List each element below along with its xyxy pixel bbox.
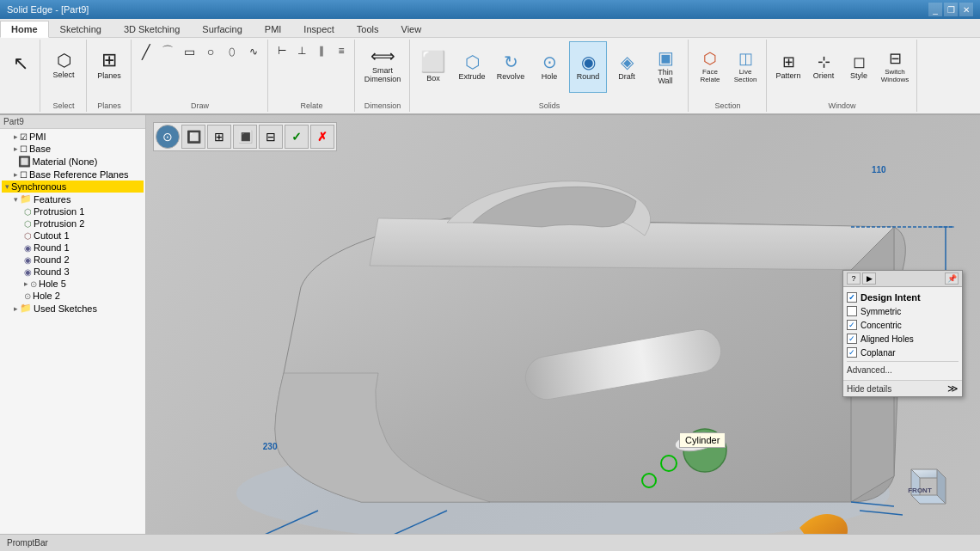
smart-dimension-btn[interactable]: ⟺ SmartDimension (359, 41, 406, 89)
tab-home[interactable]: Home (0, 21, 49, 38)
switch-windows-label: SwitchWindows (881, 68, 909, 83)
di-expand-btn[interactable]: ▶ (862, 272, 876, 285)
hide-details-btn[interactable]: Hide details (847, 384, 891, 394)
tree-item-hole2[interactable]: ⊙ Hole 2 (2, 290, 144, 302)
tab-3d-sketching[interactable]: 3D Sketching (113, 21, 191, 37)
draw-group-label: Draw (191, 100, 209, 110)
di-aligned-holes-check[interactable]: ✓ (847, 334, 857, 344)
pattern-btn[interactable]: ⊞ Pattern (771, 41, 805, 93)
di-coplanar-check[interactable]: ✓ (847, 347, 857, 358)
cmd-rect-btn[interactable]: 🔲 (181, 125, 205, 149)
draw-spline-btn[interactable]: ∿ (243, 41, 264, 62)
viewcube[interactable]: FRONT (894, 456, 954, 517)
draft-btn[interactable]: ◈ Draft (608, 41, 646, 93)
di-pin-btn[interactable]: 📌 (945, 272, 959, 285)
base-arrow: ▸ (14, 144, 18, 153)
relate-btn4[interactable]: ≡ (332, 41, 351, 60)
tree-item-material[interactable]: 🔲 Material (None) (2, 155, 144, 168)
di-concentric-check[interactable]: ✓ (847, 320, 857, 330)
features-icon: 📁 (20, 193, 32, 205)
tree-item-protrusion1[interactable]: ⬡ Protrusion 1 (2, 205, 144, 217)
relate-btn1[interactable]: ⊢ (273, 41, 291, 60)
hole5-icon: ⊙ (30, 279, 37, 289)
di-design-intent-check[interactable]: ✓ (847, 292, 857, 303)
tree-item-protrusion2[interactable]: ⬡ Protrusion 2 (2, 217, 144, 230)
tree-item-features[interactable]: ▾ 📁 Features (2, 193, 144, 205)
relate-buttons: ⊢ ⊥ ∥ ≡ (273, 41, 351, 60)
restore-button[interactable]: ❐ (944, 3, 958, 16)
used-sketches-label: Used Sketches (34, 303, 97, 314)
tree-item-round2[interactable]: ◉ Round 2 (2, 254, 144, 266)
orient-btn[interactable]: ⊹ Orient (806, 41, 841, 93)
pmi-checkbox[interactable]: ☑ (20, 132, 28, 142)
di-help-btn[interactable]: ? (847, 272, 861, 285)
tab-inspect[interactable]: Inspect (292, 21, 345, 37)
tree-item-round3[interactable]: ◉ Round 3 (2, 266, 144, 278)
minimize-button[interactable]: _ (928, 3, 942, 16)
round2-icon: ◉ (24, 255, 32, 265)
solids-group-label: Solids (539, 100, 560, 110)
tree-item-cutout1[interactable]: ⬡ Cutout 1 (2, 230, 144, 242)
ribbon-group-clipboard: ↖ (2, 40, 40, 112)
cmd-accept-btn[interactable]: ✓ (285, 125, 309, 149)
cursor-btn[interactable]: ↖ (5, 41, 36, 86)
di-design-intent-row[interactable]: ✓ Design Intent (847, 291, 959, 304)
tab-surfacing[interactable]: Surfacing (191, 21, 253, 37)
feature-tree-sidebar: Part9 ▸ ☑ PMI ▸ ☐ Base 🔲 Material (None)… (0, 115, 146, 534)
hide-details-icon[interactable]: ≫ (947, 383, 959, 395)
round2-label: Round 2 (34, 254, 70, 265)
draw-circle-btn[interactable]: ○ (200, 41, 221, 62)
extrude-btn[interactable]: ⬡ Extrude (453, 41, 491, 93)
pmi-arrow: ▸ (14, 132, 18, 141)
di-symmetric-row[interactable]: Symmetric (847, 304, 959, 318)
tree-item-round1[interactable]: ◉ Round 1 (2, 242, 144, 254)
di-coplanar-row[interactable]: ✓ Coplanar (847, 346, 959, 359)
tree-item-pmi[interactable]: ▸ ☑ PMI (2, 131, 144, 143)
face-relate-label: FaceRelate (700, 68, 720, 83)
close-button[interactable]: ✕ (959, 3, 973, 16)
thin-wall-btn[interactable]: ▣ ThinWall (646, 41, 684, 93)
tree-item-synchronous[interactable]: ▾ Synchronous (2, 181, 144, 193)
tree-item-hole5[interactable]: ▸ ⊙ Hole 5 (2, 278, 144, 290)
switch-windows-btn[interactable]: ⊟ SwitchWindows (877, 41, 913, 93)
tree-item-used-sketches[interactable]: ▸ 📁 Used Sketches (2, 302, 144, 315)
di-symmetric-check[interactable] (847, 306, 857, 316)
viewport[interactable]: ↖ ⊙ 🔲 ⊞ 🔳 ⊟ ✓ ✗ 110 230 ? ▶ 📌 (146, 115, 980, 534)
hole-btn[interactable]: ⊙ Hole (530, 41, 568, 93)
revolve-btn[interactable]: ↻ Revolve (492, 41, 530, 93)
relate-btn3[interactable]: ∥ (312, 41, 331, 60)
planes-btn[interactable]: ⊞ Planes (91, 41, 127, 89)
draw-rect-btn[interactable]: ▭ (179, 41, 199, 62)
cmd-circle-btn[interactable]: ⊙ (156, 125, 180, 149)
draw-ellipse-btn[interactable]: ⬯ (222, 41, 242, 62)
di-concentric-row[interactable]: ✓ Concentric (847, 318, 959, 332)
style-btn[interactable]: ◻ Style (842, 41, 876, 93)
box-btn[interactable]: ⬜ Box (414, 41, 452, 93)
base-ref-checkbox[interactable]: ☐ (20, 170, 28, 180)
tab-sketching[interactable]: Sketching (49, 21, 113, 37)
tree-item-base-ref[interactable]: ▸ ☐ Base Reference Planes (2, 168, 144, 181)
live-section-btn[interactable]: ◫ LiveSection (728, 41, 763, 93)
base-checkbox[interactable]: ☐ (20, 144, 28, 154)
cmd-cancel-btn[interactable]: ✗ (310, 125, 334, 149)
di-aligned-holes-row[interactable]: ✓ Aligned Holes (847, 332, 959, 346)
ribbon-group-draw: ╱ ⌒ ▭ ○ ⬯ ∿ Draw (132, 40, 268, 112)
di-advanced-link[interactable]: Advanced... (847, 364, 959, 377)
tooltip-cylinder: Cylinder (679, 432, 726, 448)
cmd-select-btn[interactable]: 🔳 (233, 125, 257, 149)
cmd-lasso-btn[interactable]: ⊟ (259, 125, 283, 149)
tree-item-base[interactable]: ▸ ☐ Base (2, 143, 144, 155)
relate-btn2[interactable]: ⊥ (292, 41, 311, 60)
draw-arc-btn[interactable]: ⌒ (157, 41, 178, 62)
design-intent-panel: ? ▶ 📌 ✓ Design Intent Symmetric ✓ Concen… (842, 270, 963, 397)
select-btn[interactable]: ⬡ Select (45, 41, 83, 89)
cmd-grid-btn[interactable]: ⊞ (207, 125, 231, 149)
face-relate-btn[interactable]: ⬡ FaceRelate (693, 41, 727, 93)
round-btn[interactable]: ◉ Round (569, 41, 607, 93)
tab-tools[interactable]: Tools (346, 21, 390, 37)
tab-pmi[interactable]: PMI (254, 21, 293, 37)
round3-icon: ◉ (24, 267, 32, 277)
draw-line-btn[interactable]: ╱ (136, 41, 156, 62)
draw-buttons: ╱ ⌒ ▭ ○ ⬯ ∿ (136, 41, 264, 62)
tab-view[interactable]: View (390, 21, 433, 37)
